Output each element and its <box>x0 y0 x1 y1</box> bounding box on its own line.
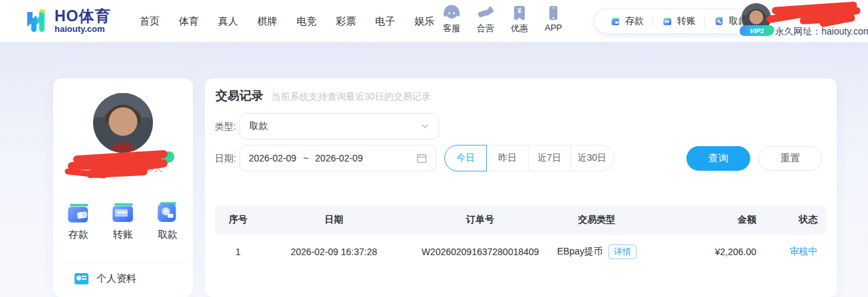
page-subtitle: 当前系统支持查询最近30日的交易记录 <box>271 91 431 103</box>
withdraw-icon <box>714 16 725 27</box>
table-header-row: 序号 日期 订单号 交易类型 金额 状态 <box>215 205 827 235</box>
transfer-icon <box>109 198 137 226</box>
transaction-type: EBpay提币 <box>557 246 603 258</box>
col-type: 交易类型 <box>554 205 639 235</box>
range-7days-button[interactable]: 近7日 <box>528 145 571 171</box>
col-amount: 金额 <box>639 205 763 235</box>
logo-text: HO体育 haiouty.com <box>55 8 111 34</box>
cell-amount: ¥2,206.00 <box>639 235 763 268</box>
date-separator: ~ <box>303 153 309 163</box>
headset-icon <box>443 5 460 21</box>
quick-range-group: 今日 昨日 近7日 近30日 <box>444 145 615 171</box>
transfer-button[interactable]: 转账 <box>653 15 704 27</box>
calendar-icon <box>416 153 427 163</box>
profile-avatar[interactable] <box>93 93 153 153</box>
quick-item-promo[interactable]: ¥ 优惠 <box>507 5 532 35</box>
shortcut-label: 取款 <box>158 229 178 241</box>
censor-scribble <box>764 1 863 29</box>
date-from: 2026-02-09 <box>249 153 297 163</box>
logo[interactable]: HO体育 haiouty.com <box>23 7 111 34</box>
nav-item-slots[interactable]: 电子 <box>371 13 399 31</box>
logo-domain: haiouty.com <box>55 24 111 34</box>
svg-text:¥: ¥ <box>517 7 521 15</box>
quick-item-partner[interactable]: 合营 <box>473 5 498 35</box>
date-range-input[interactable]: 2026-02-09 ~ 2026-02-09 <box>239 145 436 171</box>
range-today-button[interactable]: 今日 <box>444 145 487 171</box>
transfer-icon <box>662 16 673 27</box>
shortcut-label: 存款 <box>69 229 88 241</box>
transfer-label: 转账 <box>677 15 696 27</box>
col-order-no: 订单号 <box>406 205 554 235</box>
page-title: 交易记录 <box>216 88 263 104</box>
profile-label: 个人资料 <box>96 272 136 285</box>
type-select[interactable]: 取款 <box>239 113 439 140</box>
quick-item-service[interactable]: 客服 <box>439 5 464 35</box>
transactions-table: 序号 日期 订单号 交易类型 金额 状态 1 2026-02-09 16:37:… <box>215 205 827 268</box>
status-badge: 审核中 <box>790 246 817 256</box>
quick-icon-bar: 客服 合营 ¥ 优惠 <box>439 5 566 35</box>
nav-item-home[interactable]: 首页 <box>136 13 164 31</box>
cell-index: 1 <box>215 235 261 268</box>
nav-item-lottery[interactable]: 彩票 <box>332 13 360 31</box>
cell-status: 审核中 <box>763 235 827 268</box>
cell-order-no: W202602091637280018409 <box>406 235 554 268</box>
deposit-icon <box>610 16 621 27</box>
nav-item-chess[interactable]: 棋牌 <box>253 13 281 31</box>
col-index: 序号 <box>215 205 261 235</box>
sidebar-withdraw-button[interactable]: 取款 <box>152 198 183 241</box>
cell-type: EBpay提币 详情 <box>554 235 639 268</box>
top-bar: HO体育 haiouty.com 首页 体育 真人 棋牌 电竞 彩票 电子 娱乐 <box>0 0 868 43</box>
sidebar-transfer-button[interactable]: 转账 <box>108 198 138 241</box>
logo-title: HO体育 <box>55 8 111 24</box>
page: HO体育 haiouty.com 首页 体育 真人 棋牌 电竞 彩票 电子 娱乐 <box>0 0 868 297</box>
table-row: 1 2026-02-09 16:37:28 W20260209163728001… <box>215 235 827 268</box>
deposit-label: 存款 <box>625 15 644 27</box>
phone-icon <box>545 5 562 21</box>
date-to: 2026-02-09 <box>315 153 410 163</box>
page-head: 交易记录 当前系统支持查询最近30日的交易记录 <box>216 88 431 104</box>
nav-item-entertainment[interactable]: 娱乐 <box>410 13 438 31</box>
quick-item-label: APP <box>545 23 562 33</box>
type-filter-label: 类型: <box>215 113 236 140</box>
quick-item-label: 客服 <box>443 23 460 35</box>
range-30days-button[interactable]: 近30日 <box>570 145 614 171</box>
coupon-icon: ¥ <box>511 5 528 21</box>
id-card-icon <box>74 273 88 284</box>
deposit-button[interactable]: 存款 <box>601 15 652 27</box>
reset-button[interactable]: 重置 <box>758 146 822 171</box>
user-area: VIP1 永久网址：haiouty.com <box>738 0 868 43</box>
search-button[interactable]: 查询 <box>686 146 750 171</box>
nav-item-esports[interactable]: 电竞 <box>293 13 321 31</box>
cell-date: 2026-02-09 16:37:28 <box>261 235 406 268</box>
type-select-value: 取款 <box>249 120 421 132</box>
withdraw-icon <box>154 198 182 226</box>
nav-item-sports[interactable]: 体育 <box>175 13 203 31</box>
quick-item-label: 优惠 <box>511 23 528 35</box>
range-yesterday-button[interactable]: 昨日 <box>486 145 529 171</box>
handshake-icon <box>477 5 494 21</box>
sidebar-card: VIP1 加入HO体育第8天 存款 转账 取款 个人资料 <box>53 78 193 297</box>
main-nav: 首页 体育 真人 棋牌 电竞 彩票 电子 娱乐 <box>136 0 438 43</box>
logo-icon <box>23 7 49 34</box>
main-card: 交易记录 当前系统支持查询最近30日的交易记录 类型: 取款 日期: 2026-… <box>205 78 837 297</box>
sidebar-shortcuts: 存款 转账 取款 <box>53 198 193 241</box>
quick-item-label: 合营 <box>477 23 494 35</box>
shortcut-label: 转账 <box>113 229 133 241</box>
quick-item-app[interactable]: APP <box>541 5 566 35</box>
col-status: 状态 <box>763 205 827 235</box>
sidebar-item-profile[interactable]: 个人资料 <box>74 272 136 285</box>
col-date: 日期 <box>261 205 406 235</box>
deposit-icon <box>65 198 92 226</box>
detail-button[interactable]: 详情 <box>609 245 637 259</box>
sidebar-deposit-button[interactable]: 存款 <box>63 198 94 241</box>
censor-scribble <box>64 145 176 179</box>
nav-item-live[interactable]: 真人 <box>214 13 242 31</box>
divider <box>61 262 185 262</box>
date-filter-label: 日期: <box>215 145 236 171</box>
chevron-down-icon <box>421 122 429 130</box>
